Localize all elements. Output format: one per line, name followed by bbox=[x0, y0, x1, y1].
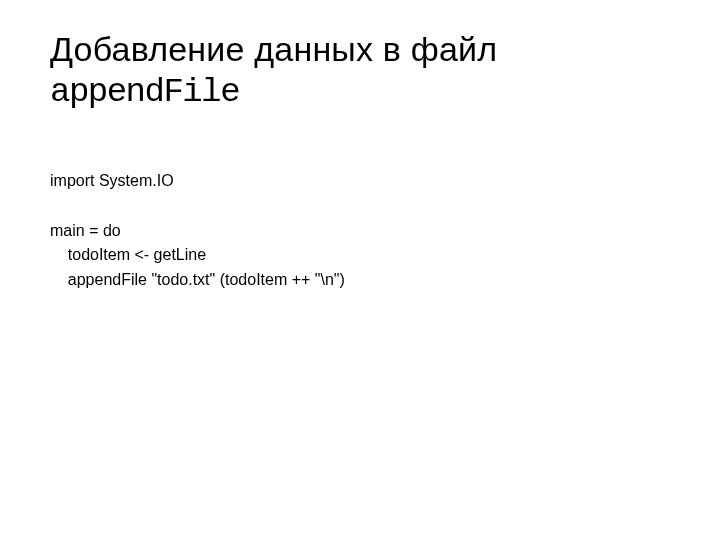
code-line: appendFile "todo.txt" (todoItem ++ "\n") bbox=[50, 271, 345, 288]
title-text-line1: Добавление данных в файл bbox=[50, 28, 670, 71]
code-line: todoItem <- getLine bbox=[50, 246, 206, 263]
code-snippet: import System.IO main = do todoItem <- g… bbox=[50, 169, 670, 293]
slide-title: Добавление данных в файл appendFile bbox=[50, 28, 670, 113]
code-line: import System.IO bbox=[50, 172, 174, 189]
title-text-line2: appendFile bbox=[50, 71, 670, 114]
code-line: main = do bbox=[50, 222, 121, 239]
